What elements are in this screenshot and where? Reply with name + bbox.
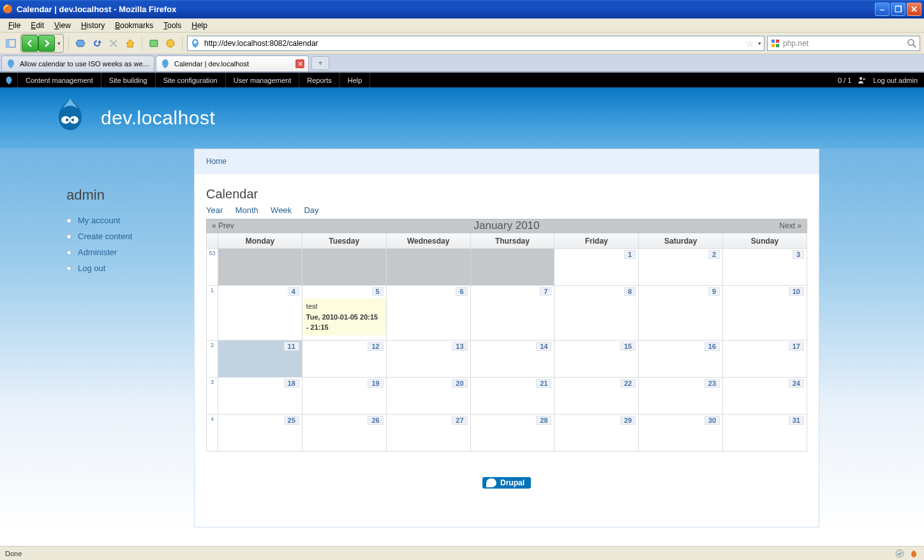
search-input[interactable] — [783, 39, 904, 48]
tab-close-button[interactable]: ✕ — [295, 59, 304, 68]
calendar-event[interactable]: testTue, 2010-01-05 20:15 - 21:15 — [302, 298, 386, 335]
back-button[interactable] — [22, 35, 38, 52]
tab-0[interactable]: Allow calendar to use ISO weeks as wel..… — [1, 55, 154, 71]
week-number[interactable]: 53 — [207, 249, 218, 286]
day-number[interactable]: 14 — [536, 342, 551, 351]
sidebar-link-create[interactable]: Create content — [78, 232, 132, 241]
view-tab-week[interactable]: Week — [271, 205, 292, 215]
admin-logout-link[interactable]: Log out admin — [873, 77, 918, 84]
week-number[interactable]: 4 — [207, 415, 218, 452]
search-engine-icon[interactable] — [770, 38, 780, 48]
calendar-day-cell[interactable]: 24 — [723, 378, 807, 415]
new-tab-button[interactable]: + — [311, 56, 329, 70]
day-number[interactable]: 12 — [368, 342, 383, 351]
calendar-day-cell[interactable]: 2 — [639, 249, 723, 286]
drupal-footer-badge[interactable]: Drupal — [206, 477, 807, 489]
menu-tools[interactable]: Tools — [159, 20, 186, 31]
calendar-day-cell[interactable]: 19 — [302, 378, 386, 415]
calendar-day-cell[interactable]: 8 — [555, 286, 639, 341]
day-number[interactable]: 22 — [620, 379, 636, 388]
day-number[interactable]: 26 — [368, 416, 383, 425]
day-number[interactable]: 6 — [456, 287, 467, 296]
calendar-day-cell[interactable]: 28 — [470, 415, 555, 452]
calendar-day-cell[interactable]: 6 — [386, 286, 470, 341]
recent-pages-icon[interactable] — [73, 36, 87, 50]
view-tab-month[interactable]: Month — [235, 205, 258, 215]
menu-help[interactable]: Help — [187, 20, 212, 31]
week-number[interactable]: 2 — [207, 341, 218, 378]
calendar-day-cell[interactable]: 16 — [639, 341, 723, 378]
forward-button[interactable] — [38, 35, 55, 52]
week-number[interactable]: 3 — [207, 378, 218, 415]
stop-button[interactable] — [107, 36, 121, 50]
calendar-day-cell[interactable]: 26 — [302, 415, 386, 452]
sidebar-link-administer[interactable]: Administer — [78, 247, 117, 257]
day-number[interactable]: 25 — [284, 416, 299, 425]
week-number[interactable]: 1 — [207, 286, 218, 341]
calendar-day-cell[interactable]: 21 — [470, 378, 555, 415]
sidebar-link-logout[interactable]: Log out — [78, 263, 105, 273]
nav-history-dropdown[interactable]: ▾ — [55, 35, 63, 52]
url-bar[interactable]: ☆ ▾ — [187, 36, 764, 51]
day-number[interactable]: 28 — [536, 416, 551, 425]
calendar-day-cell[interactable]: 5testTue, 2010-01-05 20:15 - 21:15 — [302, 286, 386, 341]
day-number[interactable]: 18 — [284, 379, 299, 388]
day-number[interactable]: 8 — [624, 287, 636, 296]
menu-history[interactable]: History — [77, 20, 109, 31]
status-firebug-icon[interactable] — [909, 549, 919, 559]
day-number[interactable]: 15 — [620, 342, 636, 351]
maximize-button[interactable]: ❐ — [891, 3, 905, 16]
calendar-day-cell[interactable]: 25 — [218, 415, 302, 452]
calendar-day-cell[interactable]: 31 — [723, 415, 807, 452]
site-name[interactable]: dev.localhost — [101, 107, 215, 129]
day-number[interactable]: 31 — [789, 416, 804, 425]
drupal-logo-icon[interactable] — [51, 96, 89, 141]
calendar-day-cell[interactable]: 10 — [723, 286, 807, 341]
calendar-day-cell[interactable] — [386, 249, 470, 286]
day-number[interactable]: 11 — [284, 342, 299, 351]
calendar-day-cell[interactable]: 1 — [555, 249, 639, 286]
calendar-day-cell[interactable]: 4 — [218, 286, 302, 341]
calendar-day-cell[interactable]: 18 — [218, 378, 302, 415]
calendar-day-cell[interactable]: 22 — [555, 378, 639, 415]
tab-1[interactable]: Calendar | dev.localhost ✕ — [156, 55, 309, 71]
calendar-day-cell[interactable]: 3 — [723, 249, 807, 286]
url-dropdown-icon[interactable]: ▾ — [758, 40, 761, 47]
calendar-prev-link[interactable]: « Prev — [207, 221, 245, 230]
day-number[interactable]: 3 — [793, 250, 804, 259]
day-number[interactable]: 29 — [620, 416, 636, 425]
page-scroll-area[interactable]: admin My account Create content Administ… — [0, 149, 924, 546]
calendar-day-cell[interactable]: 7 — [470, 286, 555, 341]
admin-menu-reports[interactable]: Reports — [299, 73, 340, 87]
day-number[interactable]: 17 — [789, 342, 804, 351]
menu-bookmarks[interactable]: Bookmarks — [110, 20, 158, 31]
drupal-home-icon[interactable] — [0, 73, 18, 87]
admin-menu-content[interactable]: Content management — [18, 73, 101, 87]
calendar-day-cell[interactable] — [470, 249, 555, 286]
day-number[interactable]: 20 — [452, 379, 467, 388]
calendar-day-cell[interactable]: 30 — [639, 415, 723, 452]
admin-menu-siteconfig[interactable]: Site configuration — [156, 73, 226, 87]
menu-view[interactable]: View — [50, 20, 75, 31]
bookmark-star-icon[interactable]: ☆ — [746, 38, 754, 48]
calendar-day-cell[interactable]: 23 — [639, 378, 723, 415]
day-number[interactable]: 5 — [372, 287, 384, 296]
admin-menu-help[interactable]: Help — [340, 73, 371, 87]
addon-icon-2[interactable] — [163, 36, 177, 50]
view-tab-day[interactable]: Day — [304, 205, 318, 215]
url-input[interactable] — [204, 39, 742, 48]
breadcrumb-home[interactable]: Home — [206, 157, 227, 166]
reload-button[interactable] — [90, 36, 104, 50]
search-go-icon[interactable] — [907, 38, 917, 48]
day-number[interactable]: 21 — [536, 379, 551, 388]
calendar-day-cell[interactable]: 20 — [386, 378, 470, 415]
calendar-day-cell[interactable]: 14 — [470, 341, 555, 378]
search-box[interactable] — [767, 36, 920, 51]
admin-menu-usermgmt[interactable]: User management — [226, 73, 300, 87]
day-number[interactable]: 1 — [624, 250, 636, 259]
day-number[interactable]: 10 — [789, 287, 804, 296]
day-number[interactable]: 30 — [704, 416, 720, 425]
calendar-day-cell[interactable] — [218, 249, 302, 286]
minimize-button[interactable]: – — [875, 3, 890, 16]
day-number[interactable]: 2 — [708, 250, 720, 259]
